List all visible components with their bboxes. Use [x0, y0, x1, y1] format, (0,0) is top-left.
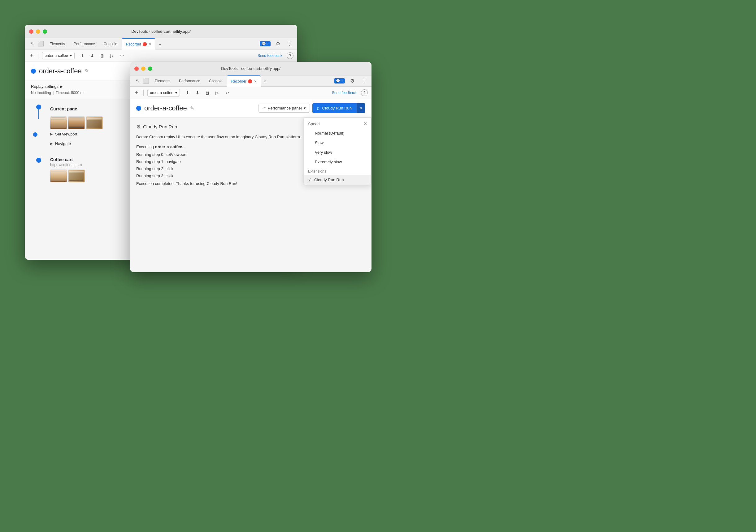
- step-dot-0: [36, 105, 41, 110]
- speed-very-slow[interactable]: Very slow: [304, 147, 371, 157]
- thumb-3: [86, 116, 103, 129]
- window-title-2: DevTools - coffee-cart.netlify.app/: [221, 66, 281, 71]
- toolbar-divider-2: [143, 90, 144, 96]
- tab-console-1[interactable]: Console: [99, 38, 122, 49]
- dropdown-chevron-icon: ▾: [70, 54, 72, 58]
- perf-icon-2: ⟳: [262, 106, 266, 111]
- add-recording-btn-1[interactable]: +: [28, 52, 34, 59]
- edit-recording-name-icon-2[interactable]: ✎: [190, 105, 194, 111]
- thumb-4: [50, 169, 67, 183]
- settings-icon-2[interactable]: ⚙: [348, 77, 357, 85]
- send-feedback-link-2[interactable]: Send feedback: [332, 90, 357, 95]
- triangle-icon-1: ▶: [50, 132, 53, 136]
- step-dot-2: [36, 158, 41, 163]
- more-options-icon-1[interactable]: ⋮: [285, 39, 294, 48]
- recording-status-dot-1: [31, 69, 36, 74]
- send-feedback-link-1[interactable]: Send feedback: [257, 54, 282, 58]
- thumb-5: [68, 169, 85, 183]
- title-bar-2: DevTools - coffee-cart.netlify.app/: [130, 62, 371, 75]
- toolbar-icons-2: ⬆ ⬇ 🗑 ▷ ↩: [184, 89, 231, 97]
- delete-icon-1[interactable]: 🗑: [98, 52, 106, 60]
- cursor-tool-icon-2[interactable]: ↖: [133, 77, 142, 85]
- close-button-2[interactable]: [134, 66, 139, 71]
- help-icon-1[interactable]: ?: [287, 52, 293, 59]
- tab-performance-1[interactable]: Performance: [69, 38, 99, 49]
- recorder-toolbar-2: + order-a-coffee ▾ ⬆ ⬇ 🗑 ▷ ↩ Send feedba…: [130, 87, 371, 99]
- record-icon-2[interactable]: ↩: [223, 89, 231, 97]
- tab-console-2[interactable]: Console: [204, 75, 227, 87]
- tab-icons-right-2: 💬1 ⚙ ⋮: [334, 77, 368, 85]
- import-icon-2[interactable]: ⬇: [194, 89, 202, 97]
- help-icon-2[interactable]: ?: [361, 89, 368, 96]
- step-label-navigate[interactable]: Navigate: [55, 141, 71, 146]
- speed-normal[interactable]: Normal (Default): [304, 128, 371, 138]
- edit-recording-name-icon-1[interactable]: ✎: [85, 68, 89, 74]
- play-recording-icon-1[interactable]: ▷: [108, 52, 116, 60]
- minimize-button-1[interactable]: [36, 29, 40, 34]
- play-icon-2: ▷: [317, 106, 320, 111]
- thumb-2: [68, 116, 85, 129]
- maximize-button-1[interactable]: [43, 29, 47, 34]
- step-line-0: [39, 110, 39, 119]
- export-icon-1[interactable]: ⬆: [78, 52, 86, 60]
- notification-badge-2[interactable]: 💬1: [334, 78, 345, 84]
- tab-bar-2: ↖ ⬜ Elements Performance Console Recorde…: [130, 75, 371, 87]
- triangle-icon-2: ▶: [50, 142, 53, 146]
- export-icon-2[interactable]: ⬆: [184, 89, 192, 97]
- notification-badge-1[interactable]: 💬1: [260, 41, 271, 46]
- tab-recorder-1[interactable]: Recorder 🔴 ×: [122, 38, 155, 49]
- speed-label: Speed: [308, 121, 320, 126]
- devtools-window-2: DevTools - coffee-cart.netlify.app/ ↖ ⬜ …: [130, 62, 371, 272]
- toolbar-divider-1: [38, 53, 39, 59]
- more-tabs-icon-2[interactable]: »: [261, 77, 269, 85]
- tab-recorder-2[interactable]: Recorder 🔴 ×: [227, 75, 261, 87]
- toolbar-icons-1: ⬆ ⬇ 🗑 ▷ ↩: [78, 52, 126, 60]
- record-icon-1[interactable]: ↩: [118, 52, 126, 60]
- delete-icon-2[interactable]: 🗑: [203, 89, 211, 97]
- tab-performance-2[interactable]: Performance: [175, 75, 204, 87]
- device-toggle-icon-2[interactable]: ⬜: [142, 77, 150, 85]
- step-label-viewport[interactable]: Set viewport: [55, 132, 77, 137]
- checkmark-icon: ✓: [308, 177, 312, 182]
- speed-extremely-slow[interactable]: Extremely slow: [304, 157, 371, 167]
- thumb-1: [50, 116, 67, 129]
- perf-panel-btn-2[interactable]: ⟳ Performance panel ▾: [258, 104, 310, 113]
- speed-slow[interactable]: Slow: [304, 138, 371, 147]
- traffic-lights-1: [29, 29, 47, 34]
- settings-triangle-icon: ▶: [60, 84, 63, 89]
- dropdown-chevron-icon-2: ▾: [175, 90, 177, 95]
- perf-dropdown-icon-2: ▾: [304, 106, 306, 111]
- close-button-1[interactable]: [29, 29, 34, 34]
- w2-main: order-a-coffee ✎ ⟳ Performance panel ▾ ▷…: [130, 99, 371, 272]
- title-bar-1: DevTools - coffee-cart.netlify.app/: [25, 25, 297, 38]
- tab-elements-1[interactable]: Elements: [45, 38, 69, 49]
- tab-bar-1: ↖ ⬜ Elements Performance Console Recorde…: [25, 38, 297, 49]
- add-recording-btn-2[interactable]: +: [134, 89, 140, 96]
- cloudy-run-run-option[interactable]: ✓ Cloudy Run Run: [304, 175, 371, 185]
- cloudy-header-label: Cloudy Run Run: [143, 124, 177, 129]
- cloudy-run-main-btn[interactable]: ▷ Cloudy Run Run: [312, 103, 357, 113]
- recording-name-1: order-a-coffee: [39, 67, 82, 75]
- more-tabs-icon-1[interactable]: »: [155, 39, 164, 48]
- more-options-icon-2[interactable]: ⋮: [360, 77, 368, 85]
- tab-elements-2[interactable]: Elements: [150, 75, 175, 87]
- device-toggle-icon[interactable]: ⬜: [37, 39, 45, 48]
- import-icon-1[interactable]: ⬇: [88, 52, 96, 60]
- maximize-button-2[interactable]: [148, 66, 152, 71]
- play-recording-icon-2[interactable]: ▷: [213, 89, 221, 97]
- tab-icons-right-1: 💬1 ⚙ ⋮: [260, 39, 294, 48]
- cloudy-dropdown-btn[interactable]: ▾: [357, 103, 365, 113]
- settings-icon-1[interactable]: ⚙: [274, 39, 282, 48]
- recording-selector-1[interactable]: order-a-coffee ▾: [42, 52, 75, 60]
- cloudy-gear-icon: ⚙: [136, 124, 141, 130]
- cursor-tool-icon[interactable]: ↖: [28, 39, 37, 48]
- speed-dropdown: Speed × Normal (Default) Slow Very slow …: [303, 117, 371, 185]
- minimize-button-2[interactable]: [141, 66, 146, 71]
- recording-selector-2[interactable]: order-a-coffee ▾: [148, 89, 180, 96]
- extensions-label: Extensions: [304, 167, 371, 175]
- recorder-toolbar-1: + order-a-coffee ▾ ⬆ ⬇ 🗑 ▷ ↩ Send feedba…: [25, 49, 297, 62]
- cloudy-btn-group: ▷ Cloudy Run Run ▾: [312, 103, 365, 113]
- close-dropdown-btn[interactable]: ×: [364, 121, 367, 127]
- recording-status-dot-2: [136, 106, 141, 111]
- recording-title-2: order-a-coffee ✎: [136, 104, 194, 112]
